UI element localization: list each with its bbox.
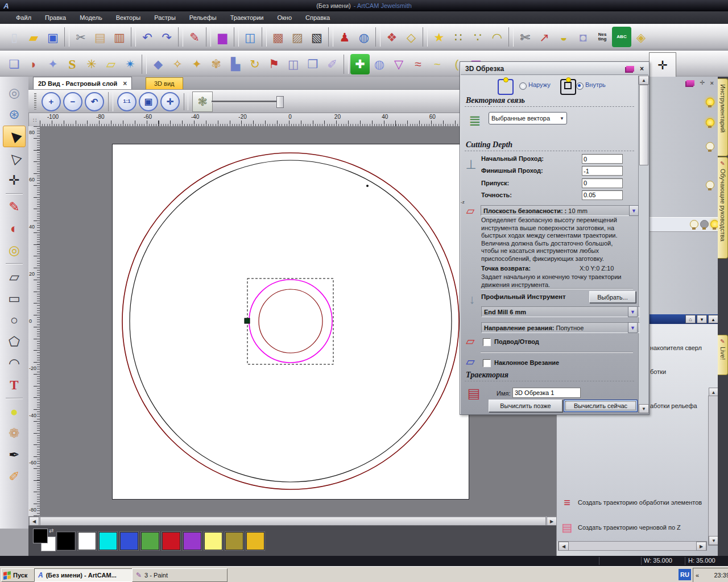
toolpath-item-partial[interactable]: ботки bbox=[650, 368, 666, 375]
ramp-checkbox[interactable] bbox=[483, 359, 491, 367]
texture-s-icon[interactable]: S bbox=[63, 54, 82, 74]
light-figure-icon[interactable]: ♟ bbox=[335, 27, 354, 47]
dome-icon[interactable]: ◍ bbox=[370, 54, 389, 74]
help-book-icon[interactable] bbox=[686, 80, 694, 86]
press-tool-icon[interactable]: ▾ bbox=[697, 315, 707, 323]
anvil-tool-icon[interactable]: ▴ bbox=[708, 315, 718, 323]
nesting-icon[interactable]: Nes ting bbox=[593, 27, 612, 47]
list-scroll-left-icon[interactable]: ◀ bbox=[559, 542, 569, 551]
new-model-icon[interactable]: ▯ bbox=[5, 27, 24, 47]
arc-fit-icon[interactable]: ◠ bbox=[487, 27, 507, 47]
star-shape-icon[interactable]: ✦ bbox=[43, 54, 63, 74]
taskbar-item-paint[interactable]: ✎ 3 - Paint bbox=[132, 568, 228, 582]
tab-2d-view[interactable]: 2D Вид - Растровый слой × bbox=[33, 77, 132, 89]
color-swatch[interactable] bbox=[120, 532, 138, 550]
menu-item[interactable]: Рельефы bbox=[183, 13, 224, 22]
two-rail-sweep-icon[interactable]: ▽ bbox=[389, 54, 408, 74]
tab-3d-view[interactable]: 3D вид bbox=[146, 77, 183, 90]
carve-icon[interactable]: ✐ bbox=[322, 54, 342, 74]
menu-item[interactable]: Окно bbox=[271, 13, 299, 22]
relief-wizard-icon[interactable]: ✴ bbox=[121, 54, 140, 74]
wrap-icon[interactable]: ↻ bbox=[245, 54, 264, 74]
bag-icon[interactable]: ◘ bbox=[573, 27, 593, 47]
swap-colors-icon[interactable]: ⇄ bbox=[49, 527, 53, 534]
weave-curves-icon[interactable]: ≈ bbox=[408, 54, 428, 74]
paste-icon[interactable]: ▥ bbox=[110, 27, 129, 47]
menu-item[interactable]: Справка bbox=[299, 13, 337, 22]
wire-sphere-icon[interactable]: ◍ bbox=[354, 27, 374, 47]
transform-icon[interactable]: ✛ bbox=[3, 170, 25, 190]
zoom-fit-button[interactable]: ▣ bbox=[139, 92, 158, 111]
ellipse-tool-icon[interactable]: ○ bbox=[3, 310, 25, 330]
freehand-vector-icon[interactable]: ▱ bbox=[3, 267, 25, 287]
pan-globe-icon[interactable]: ⊛ bbox=[3, 104, 25, 124]
select-tool-button[interactable]: Выбрать... bbox=[589, 291, 636, 303]
pillow-icon[interactable]: ◫ bbox=[284, 54, 303, 74]
zoom-tool-icon[interactable]: ◎ bbox=[3, 82, 25, 103]
primary-color-swatch[interactable] bbox=[33, 529, 48, 543]
color-swatch[interactable] bbox=[225, 532, 243, 550]
radio-outside[interactable] bbox=[519, 82, 527, 90]
toolpath-item[interactable]: ▤ Создать траекторию черновой по Z bbox=[561, 518, 704, 537]
color-swatch[interactable] bbox=[204, 532, 222, 550]
scroll-thumb[interactable] bbox=[40, 517, 546, 526]
bulb-icon[interactable] bbox=[706, 98, 714, 106]
zoom-1to1-button[interactable]: 1:1 bbox=[117, 92, 136, 111]
blocks-icon[interactable]: ▙ bbox=[226, 54, 245, 74]
start-button[interactable]: Пуск bbox=[1, 568, 35, 582]
model-options-icon[interactable]: ◫ bbox=[241, 27, 260, 47]
tolerance-field[interactable] bbox=[582, 190, 623, 200]
scroll-right-icon[interactable]: ▶ bbox=[547, 517, 557, 526]
measure-icon[interactable]: ◎ bbox=[3, 240, 25, 260]
toolpath-name-input[interactable] bbox=[512, 388, 581, 398]
droplet-icon[interactable]: ● bbox=[3, 401, 25, 422]
bulb-icon[interactable] bbox=[700, 220, 709, 228]
dialog-title-bar[interactable]: 3D Обрезка × bbox=[461, 63, 648, 75]
color-swatch[interactable] bbox=[57, 532, 75, 550]
plane-icon[interactable]: ◆ bbox=[148, 54, 168, 74]
linked-circles-icon[interactable]: ∵ bbox=[468, 27, 487, 47]
calculate-later-button[interactable]: Вычислить позже bbox=[489, 400, 562, 412]
zoom-previous-button[interactable]: ↶ bbox=[85, 92, 104, 111]
safety-expand-icon[interactable]: ▼ bbox=[629, 205, 639, 216]
inverted-bear-icon[interactable]: ▧ bbox=[307, 27, 326, 47]
save-icon[interactable]: ▣ bbox=[43, 27, 63, 47]
bulb-icon[interactable] bbox=[706, 181, 714, 189]
star-wizard-icon[interactable]: ★ bbox=[429, 27, 449, 47]
small-contour-circle[interactable] bbox=[259, 289, 322, 353]
cut-icon[interactable]: ✂ bbox=[71, 27, 90, 47]
draw-icon[interactable]: ✎ bbox=[3, 197, 25, 217]
toolpath-item[interactable]: ≡ Создать траекторию обработки элементов bbox=[561, 493, 704, 512]
weave-wizard-icon[interactable]: ✳ bbox=[82, 54, 101, 74]
close-dialog-icon[interactable]: × bbox=[640, 65, 644, 73]
vector-association-dropdown[interactable]: Выбранные вектора ▼ bbox=[489, 112, 567, 124]
curve-measure-icon[interactable]: ↗ bbox=[535, 27, 554, 47]
allowance-field[interactable] bbox=[582, 178, 623, 188]
text-tool-icon[interactable]: T bbox=[3, 375, 25, 395]
origin-crosshair-icon[interactable]: ✛ bbox=[649, 52, 676, 77]
chisel-icon[interactable]: ✐ bbox=[3, 466, 25, 487]
tool-dropdown[interactable]: End Mill 6 mm bbox=[481, 306, 640, 317]
menu-item[interactable]: Растры bbox=[147, 13, 183, 22]
list-v-scrollbar[interactable]: ▼ bbox=[708, 396, 718, 546]
spin-icon[interactable]: ✧ bbox=[168, 54, 187, 74]
emboss-wizard-icon[interactable]: ◈ bbox=[631, 27, 651, 47]
list-scroll-right-icon[interactable]: ▶ bbox=[696, 542, 706, 551]
node-editing-icon[interactable]: ▷ bbox=[3, 148, 25, 169]
node-curve-icon[interactable]: ~ bbox=[428, 54, 447, 74]
node-polygon-icon[interactable]: ◇ bbox=[402, 27, 421, 47]
pin-icon[interactable]: ✛ bbox=[700, 79, 705, 86]
language-indicator[interactable]: RU bbox=[679, 569, 691, 580]
zoom-slider-thumb[interactable] bbox=[276, 96, 284, 108]
side-tab[interactable]: ✎ Обучающие руководства bbox=[718, 157, 728, 259]
fit-vectors-icon[interactable]: ❖ bbox=[382, 27, 402, 47]
bulb-icon[interactable] bbox=[706, 142, 714, 151]
taskbar-item-artcam[interactable]: A (Без имени) - ArtCAM... bbox=[34, 568, 138, 582]
copy-icon[interactable]: ▤ bbox=[90, 27, 110, 47]
menu-item[interactable]: Траектории bbox=[224, 13, 271, 22]
two-hands-icon[interactable]: ✾ bbox=[206, 54, 226, 74]
menu-item[interactable]: Правка bbox=[38, 13, 73, 22]
bulb-icon[interactable] bbox=[690, 220, 698, 228]
cut-direction-dropdown[interactable]: Направление резания: Попутное bbox=[481, 322, 640, 333]
dialog-scrollbar[interactable]: ▲ ▼ bbox=[638, 76, 648, 413]
